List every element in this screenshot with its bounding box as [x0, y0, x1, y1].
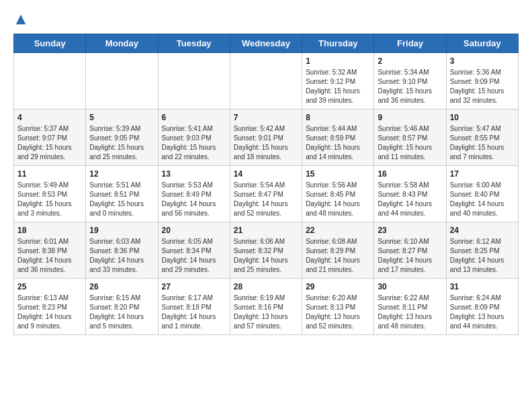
day-info: Sunrise: 5:51 AM Sunset: 8:51 PM Dayligh… — [89, 181, 154, 218]
day-of-week-header: Sunday — [14, 34, 86, 53]
day-info: Sunrise: 6:00 AM Sunset: 8:40 PM Dayligh… — [450, 181, 515, 218]
day-info: Sunrise: 6:17 AM Sunset: 8:18 PM Dayligh… — [162, 293, 226, 331]
day-info: Sunrise: 5:44 AM Sunset: 8:59 PM Dayligh… — [306, 124, 370, 162]
day-number: 5 — [89, 113, 154, 122]
day-info: Sunrise: 6:15 AM Sunset: 8:20 PM Dayligh… — [89, 293, 154, 331]
calendar-day-cell: 18Sunrise: 6:01 AM Sunset: 8:38 PM Dayli… — [14, 222, 86, 279]
day-of-week-header: Thursday — [302, 34, 374, 53]
day-of-week-header: Wednesday — [230, 34, 302, 53]
calendar-day-cell: 1Sunrise: 5:32 AM Sunset: 9:12 PM Daylig… — [302, 53, 374, 109]
calendar-day-cell: 25Sunrise: 6:13 AM Sunset: 8:23 PM Dayli… — [14, 279, 86, 335]
day-number: 9 — [378, 113, 442, 122]
day-info: Sunrise: 5:36 AM Sunset: 9:09 PM Dayligh… — [450, 68, 515, 105]
day-info: Sunrise: 5:49 AM Sunset: 8:53 PM Dayligh… — [17, 181, 82, 218]
day-info: Sunrise: 6:05 AM Sunset: 8:34 PM Dayligh… — [162, 237, 226, 275]
day-number: 26 — [89, 282, 154, 291]
day-number: 23 — [378, 226, 442, 235]
calendar-day-cell: 9Sunrise: 5:46 AM Sunset: 8:57 PM Daylig… — [374, 109, 446, 166]
calendar-day-cell: 14Sunrise: 5:54 AM Sunset: 8:47 PM Dayli… — [230, 166, 302, 222]
day-number: 21 — [234, 226, 298, 235]
day-number: 16 — [378, 169, 442, 179]
day-info: Sunrise: 5:56 AM Sunset: 8:45 PM Dayligh… — [306, 181, 370, 218]
day-info: Sunrise: 5:41 AM Sunset: 9:03 PM Dayligh… — [162, 124, 226, 162]
calendar-day-cell: 16Sunrise: 5:58 AM Sunset: 8:43 PM Dayli… — [374, 166, 446, 222]
day-info: Sunrise: 5:58 AM Sunset: 8:43 PM Dayligh… — [378, 181, 442, 218]
calendar-day-cell: 15Sunrise: 5:56 AM Sunset: 8:45 PM Dayli… — [302, 166, 374, 222]
day-number: 4 — [17, 113, 82, 122]
day-number: 28 — [234, 282, 298, 291]
calendar-header-row: SundayMondayTuesdayWednesdayThursdayFrid… — [14, 34, 519, 53]
day-number: 19 — [89, 226, 154, 235]
day-of-week-header: Tuesday — [158, 34, 230, 53]
day-info: Sunrise: 6:22 AM Sunset: 8:11 PM Dayligh… — [378, 293, 442, 331]
calendar-day-cell — [86, 53, 158, 109]
day-number: 22 — [306, 226, 370, 235]
day-number: 31 — [450, 282, 515, 291]
day-info: Sunrise: 5:46 AM Sunset: 8:57 PM Dayligh… — [378, 124, 442, 162]
day-number: 18 — [17, 226, 82, 235]
day-number: 27 — [162, 282, 226, 291]
day-number: 10 — [450, 113, 515, 122]
day-info: Sunrise: 5:32 AM Sunset: 9:12 PM Dayligh… — [306, 68, 370, 105]
calendar-day-cell — [158, 53, 230, 109]
calendar-day-cell: 5Sunrise: 5:39 AM Sunset: 9:05 PM Daylig… — [86, 109, 158, 166]
calendar-day-cell: 26Sunrise: 6:15 AM Sunset: 8:20 PM Dayli… — [86, 279, 158, 335]
calendar-day-cell: 7Sunrise: 5:42 AM Sunset: 9:01 PM Daylig… — [230, 109, 302, 166]
day-number: 7 — [234, 113, 298, 122]
day-number: 17 — [450, 169, 515, 179]
svg-marker-0 — [16, 15, 26, 24]
logo-icon — [15, 13, 27, 26]
day-of-week-header: Saturday — [446, 34, 518, 53]
day-info: Sunrise: 5:54 AM Sunset: 8:47 PM Dayligh… — [234, 181, 298, 218]
calendar-day-cell: 27Sunrise: 6:17 AM Sunset: 8:18 PM Dayli… — [158, 279, 230, 335]
day-number: 29 — [306, 282, 370, 291]
calendar-day-cell: 3Sunrise: 5:36 AM Sunset: 9:09 PM Daylig… — [446, 53, 518, 109]
calendar-day-cell: 30Sunrise: 6:22 AM Sunset: 8:11 PM Dayli… — [374, 279, 446, 335]
calendar-day-cell — [14, 53, 86, 109]
calendar-day-cell: 17Sunrise: 6:00 AM Sunset: 8:40 PM Dayli… — [446, 166, 518, 222]
day-number: 30 — [378, 282, 442, 291]
calendar-day-cell: 19Sunrise: 6:03 AM Sunset: 8:36 PM Dayli… — [86, 222, 158, 279]
calendar-day-cell — [230, 53, 302, 109]
day-number: 12 — [89, 169, 154, 179]
day-info: Sunrise: 5:34 AM Sunset: 9:10 PM Dayligh… — [378, 68, 442, 105]
calendar-day-cell: 11Sunrise: 5:49 AM Sunset: 8:53 PM Dayli… — [14, 166, 86, 222]
day-info: Sunrise: 6:24 AM Sunset: 8:09 PM Dayligh… — [450, 293, 515, 331]
calendar-day-cell: 2Sunrise: 5:34 AM Sunset: 9:10 PM Daylig… — [374, 53, 446, 109]
day-number: 24 — [450, 226, 515, 235]
calendar-day-cell: 8Sunrise: 5:44 AM Sunset: 8:59 PM Daylig… — [302, 109, 374, 166]
calendar-day-cell: 28Sunrise: 6:19 AM Sunset: 8:16 PM Dayli… — [230, 279, 302, 335]
day-number: 2 — [378, 56, 442, 66]
calendar-day-cell: 20Sunrise: 6:05 AM Sunset: 8:34 PM Dayli… — [158, 222, 230, 279]
calendar-day-cell: 10Sunrise: 5:47 AM Sunset: 8:55 PM Dayli… — [446, 109, 518, 166]
calendar-day-cell: 21Sunrise: 6:06 AM Sunset: 8:32 PM Dayli… — [230, 222, 302, 279]
calendar-day-cell: 24Sunrise: 6:12 AM Sunset: 8:25 PM Dayli… — [446, 222, 518, 279]
day-number: 14 — [234, 169, 298, 179]
calendar-week-row: 11Sunrise: 5:49 AM Sunset: 8:53 PM Dayli… — [14, 166, 519, 222]
calendar-day-cell: 23Sunrise: 6:10 AM Sunset: 8:27 PM Dayli… — [374, 222, 446, 279]
day-number: 6 — [162, 113, 226, 122]
day-info: Sunrise: 5:53 AM Sunset: 8:49 PM Dayligh… — [162, 181, 226, 218]
day-info: Sunrise: 6:10 AM Sunset: 8:27 PM Dayligh… — [378, 237, 442, 275]
day-info: Sunrise: 5:42 AM Sunset: 9:01 PM Dayligh… — [234, 124, 298, 162]
day-number: 8 — [306, 113, 370, 122]
calendar-day-cell: 31Sunrise: 6:24 AM Sunset: 8:09 PM Dayli… — [446, 279, 518, 335]
calendar-day-cell: 12Sunrise: 5:51 AM Sunset: 8:51 PM Dayli… — [86, 166, 158, 222]
day-number: 25 — [17, 282, 82, 291]
day-info: Sunrise: 5:39 AM Sunset: 9:05 PM Dayligh… — [89, 124, 154, 162]
calendar-day-cell: 13Sunrise: 5:53 AM Sunset: 8:49 PM Dayli… — [158, 166, 230, 222]
calendar-week-row: 4Sunrise: 5:37 AM Sunset: 9:07 PM Daylig… — [14, 109, 519, 166]
day-of-week-header: Monday — [86, 34, 158, 53]
calendar-week-row: 25Sunrise: 6:13 AM Sunset: 8:23 PM Dayli… — [14, 279, 519, 335]
calendar-day-cell: 6Sunrise: 5:41 AM Sunset: 9:03 PM Daylig… — [158, 109, 230, 166]
day-info: Sunrise: 6:08 AM Sunset: 8:29 PM Dayligh… — [306, 237, 370, 275]
day-number: 20 — [162, 226, 226, 235]
day-of-week-header: Friday — [374, 34, 446, 53]
day-info: Sunrise: 5:37 AM Sunset: 9:07 PM Dayligh… — [17, 124, 82, 162]
day-info: Sunrise: 6:06 AM Sunset: 8:32 PM Dayligh… — [234, 237, 298, 275]
day-number: 11 — [17, 169, 82, 179]
day-number: 3 — [450, 56, 515, 66]
calendar-day-cell: 4Sunrise: 5:37 AM Sunset: 9:07 PM Daylig… — [14, 109, 86, 166]
calendar-week-row: 1Sunrise: 5:32 AM Sunset: 9:12 PM Daylig… — [14, 53, 519, 109]
day-info: Sunrise: 6:13 AM Sunset: 8:23 PM Dayligh… — [17, 293, 82, 331]
